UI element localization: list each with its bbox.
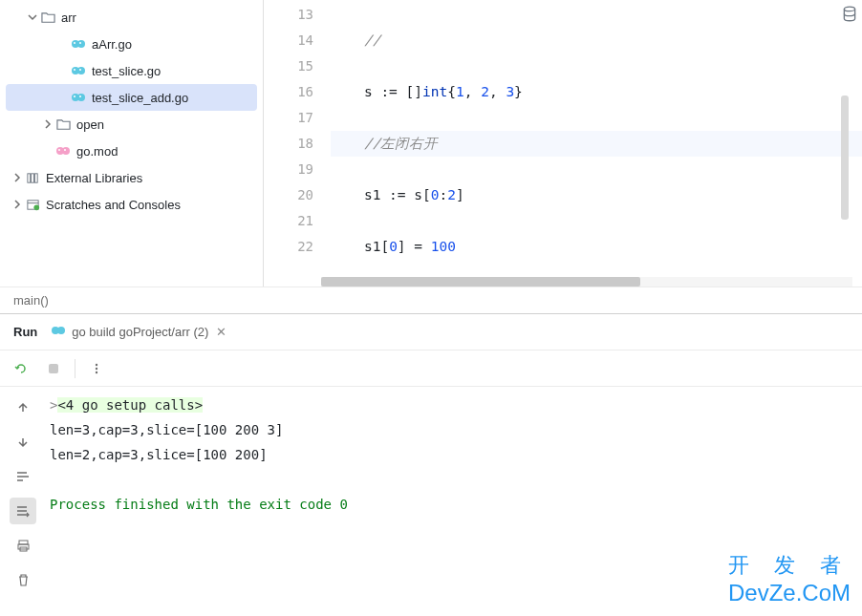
svg-rect-25 [49,364,58,373]
tree-file-aarr[interactable]: aArr.go [0,31,263,57]
tree-label: open [76,117,104,132]
scratch-icon [25,197,40,212]
svg-point-26 [96,363,97,365]
svg-point-10 [74,96,75,97]
svg-point-27 [96,367,97,369]
svg-point-9 [77,94,85,101]
svg-point-6 [74,69,75,71]
svg-point-2 [74,42,75,44]
tree-external-libraries[interactable]: External Libraries [0,164,263,191]
svg-point-13 [62,147,70,155]
go-file-icon [71,63,86,78]
stop-button[interactable] [42,357,65,380]
horizontal-scrollbar[interactable] [321,277,852,287]
svg-point-28 [96,371,97,372]
project-tree: arr aArr.go test_slice.go test_slice_add… [0,0,264,287]
svg-point-14 [58,149,60,151]
svg-rect-18 [34,173,37,181]
svg-point-11 [79,96,81,97]
svg-point-7 [79,69,81,71]
go-run-icon [51,323,66,341]
line-gutter: 13141516171819202122 [264,0,331,277]
svg-point-24 [57,327,65,334]
breadcrumb[interactable]: main() [0,287,862,313]
chevron-down-icon [25,10,40,25]
svg-point-15 [64,149,66,151]
gomod-icon [55,143,71,159]
tree-label: test_slice_add.go [92,91,188,105]
chevron-right-icon [10,197,25,212]
close-icon[interactable]: ✕ [214,323,228,341]
database-icon[interactable] [841,6,858,287]
rerun-button[interactable] [10,357,32,380]
tree-label: aArr.go [92,37,132,52]
svg-point-21 [33,204,39,210]
folder-icon [55,117,71,132]
folder-icon [40,10,55,25]
more-button[interactable] [85,357,108,380]
tree-label: arr [61,11,76,25]
scroll-to-end-button[interactable] [10,498,36,524]
tree-file-gomod[interactable]: go.mod [0,138,263,164]
tree-file-testslice[interactable]: test_slice.go [0,57,263,84]
chevron-right-icon [10,170,25,185]
tree-label: test_slice.go [92,64,161,78]
svg-point-1 [77,40,85,48]
chevron-right-icon [40,117,55,132]
tree-file-testsliceadd[interactable]: test_slice_add.go [6,84,257,111]
tree-folder-open[interactable]: open [0,111,263,138]
run-toolbar [0,350,862,387]
go-file-icon [71,90,86,105]
soft-wrap-button[interactable] [10,463,36,490]
library-icon [25,170,40,185]
svg-rect-16 [27,173,30,181]
run-config-tab[interactable]: go build goProject/arr (2) ✕ [51,323,228,341]
svg-point-22 [844,7,854,11]
right-toolbar [837,0,862,287]
tree-label: go.mod [76,144,118,159]
run-tabs: Run go build goProject/arr (2) ✕ [0,314,862,350]
watermark: 开 发 者 DevZe.CoM [728,551,851,606]
svg-point-3 [79,42,81,44]
code-area[interactable]: // s := []int{1, 2, 3} //左闭右开 s1 := s[0:… [331,0,862,277]
print-button[interactable] [10,532,36,559]
go-file-icon [71,36,86,52]
down-button[interactable] [10,429,36,456]
tree-scratches[interactable]: Scratches and Consoles [0,191,263,218]
editor: 13141516171819202122 // s := []int{1, 2,… [264,0,862,287]
tree-label: Scratches and Consoles [46,198,181,212]
console-side-toolbar [0,387,46,593]
tree-folder-arr[interactable]: arr [0,4,263,31]
svg-point-5 [77,67,85,74]
svg-rect-17 [31,173,33,181]
up-button[interactable] [10,394,36,421]
run-tab[interactable]: Run [13,325,37,339]
svg-rect-29 [19,541,28,544]
tree-label: External Libraries [46,171,142,185]
delete-button[interactable] [10,566,36,593]
